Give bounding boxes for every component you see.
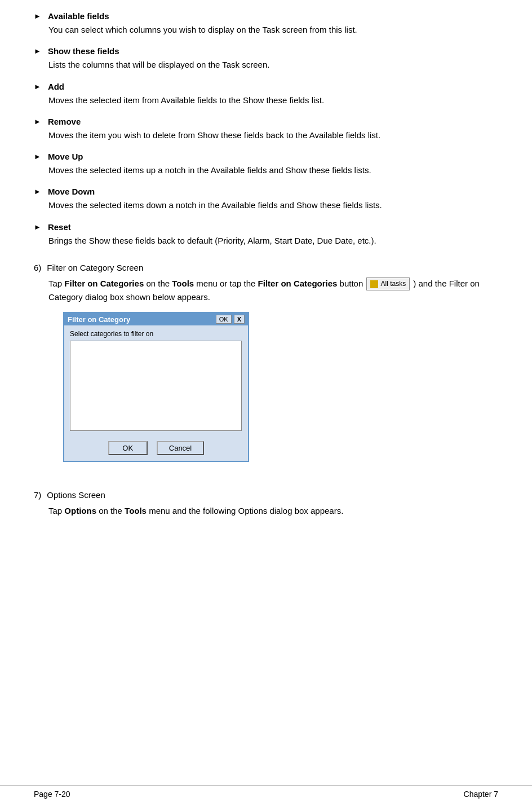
bullet-arrow-icon: ► xyxy=(34,187,41,196)
bullet-title: Add xyxy=(48,82,64,91)
all-tasks-label: All tasks xyxy=(380,279,406,289)
filter-on-category-dialog-wrapper: Filter on Category OK X Select categorie… xyxy=(63,312,498,462)
filter-on-category-dialog: Filter on Category OK X Select categorie… xyxy=(63,312,249,462)
bullet-move-down: ► Move Down Moves the selected items dow… xyxy=(34,187,498,211)
footer-right: Chapter 7 xyxy=(464,790,498,799)
bullet-desc: Moves the selected items down a notch in… xyxy=(48,199,498,211)
dialog-titlebar-close[interactable]: X xyxy=(234,315,245,324)
options-bold: Options xyxy=(64,506,96,515)
bullet-remove: ► Remove Moves the item you wish to dele… xyxy=(34,117,498,142)
bullet-title: Show these fields xyxy=(48,46,119,56)
bullet-arrow-icon: ► xyxy=(34,82,41,91)
tap-label: Tap xyxy=(48,506,64,515)
bullet-desc: Moves the selected items up a notch in t… xyxy=(48,164,498,177)
bullet-show-these-fields: ► Show these fields Lists the columns th… xyxy=(34,46,498,71)
bullet-add: ► Add Moves the selected item from Avail… xyxy=(34,82,498,107)
bullet-desc: Moves the item you wish to delete from S… xyxy=(48,129,498,142)
menu-or-tap: menu or tap the xyxy=(194,279,258,288)
section-6-body: Tap Filter on Categories on the Tools me… xyxy=(48,277,498,462)
bullet-title: Reset xyxy=(48,222,71,232)
bullet-desc: Lists the columns that will be displayed… xyxy=(48,58,498,71)
page-content: ► Available fields You can select which … xyxy=(0,0,532,562)
dialog-cancel-button[interactable]: Cancel xyxy=(157,441,204,455)
dialog-footer: OK Cancel xyxy=(64,437,248,461)
button-text: button xyxy=(337,279,363,288)
bullet-desc: Brings the Show these fields back to def… xyxy=(48,234,498,247)
page-footer: Page 7-20 Chapter 7 xyxy=(0,786,532,802)
bullets-list: ► Available fields You can select which … xyxy=(34,11,498,247)
section-7-number: 7) xyxy=(34,490,41,500)
tools-bold: Tools xyxy=(172,279,194,288)
filter-on-categories-bold2: Filter on Categories xyxy=(258,279,338,288)
section-7-body: Tap Options on the Tools menu and the fo… xyxy=(48,504,498,518)
bullet-arrow-icon: ► xyxy=(34,12,41,20)
dialog-title: Filter on Category xyxy=(68,315,130,324)
section-6-title: Filter on Category Screen xyxy=(47,263,143,272)
on-the-text: on the xyxy=(144,279,172,288)
bullet-arrow-icon: ► xyxy=(34,117,41,126)
on-the-text: on the xyxy=(96,506,125,515)
dialog-body: Select categories to filter on xyxy=(64,325,248,437)
bullet-arrow-icon: ► xyxy=(34,47,41,55)
dialog-titlebar-ok[interactable]: OK xyxy=(216,315,232,324)
section-6-para: Tap Filter on Categories on the Tools me… xyxy=(48,277,498,305)
section-6-number: 6) xyxy=(34,263,41,272)
bullet-reset: ► Reset Brings the Show these fields bac… xyxy=(34,222,498,247)
bullet-desc: You can select which columns you wish to… xyxy=(48,23,498,36)
filter-on-categories-bold: Filter on Categories xyxy=(64,279,144,288)
bullet-title: Move Down xyxy=(48,187,95,196)
all-tasks-button[interactable]: All tasks xyxy=(366,277,410,290)
section-7-para: Tap Options on the Tools menu and the fo… xyxy=(48,504,498,518)
bullet-desc: Moves the selected item from Available f… xyxy=(48,94,498,107)
section-7-title: Options Screen xyxy=(47,490,105,500)
para-suffix: menu and the following Options dialog bo… xyxy=(147,506,343,515)
bullet-title: Available fields xyxy=(48,11,109,21)
bullet-move-up: ► Move Up Moves the selected items up a … xyxy=(34,152,498,177)
tap-label: Tap xyxy=(48,279,64,288)
tasks-icon xyxy=(370,280,378,288)
dialog-titlebar-buttons: OK X xyxy=(216,315,245,324)
footer-left: Page 7-20 xyxy=(34,790,70,799)
dialog-list-label: Select categories to filter on xyxy=(70,330,242,338)
bullet-title: Move Up xyxy=(48,152,83,161)
dialog-listbox[interactable] xyxy=(70,341,242,431)
bullet-arrow-icon: ► xyxy=(34,223,41,231)
tools-bold2: Tools xyxy=(125,506,147,515)
bullet-title: Remove xyxy=(48,117,81,126)
bullet-available-fields: ► Available fields You can select which … xyxy=(34,11,498,36)
dialog-ok-button[interactable]: OK xyxy=(108,441,148,455)
bullet-arrow-icon: ► xyxy=(34,152,41,161)
section-6: 6) Filter on Category Screen Tap Filter … xyxy=(34,263,498,462)
section-7: 7) Options Screen Tap Options on the Too… xyxy=(34,490,498,518)
dialog-titlebar: Filter on Category OK X xyxy=(64,313,248,325)
